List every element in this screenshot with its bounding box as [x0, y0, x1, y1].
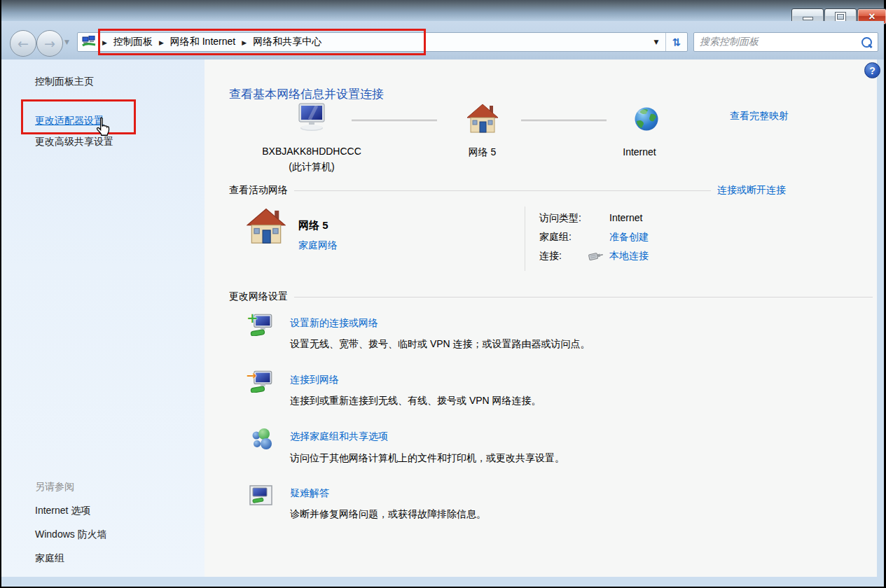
back-button[interactable]: ← — [10, 30, 36, 57]
map-connector-line — [352, 120, 437, 122]
network-places-icon — [82, 36, 96, 48]
connect-to-network-desc: 连接到或重新连接到无线、有线、拨号或 VPN 网络连接。 — [290, 395, 541, 407]
connect-to-network-link[interactable]: 连接到网络 — [290, 374, 339, 386]
breadcrumb-control-panel[interactable]: 控制面板 — [113, 36, 153, 48]
homegroup-label: 家庭组: — [539, 231, 572, 244]
setup-new-connection-link[interactable]: 设置新的连接或网络 — [290, 317, 378, 330]
view-full-map-link[interactable]: 查看完整映射 — [730, 110, 789, 122]
search-input[interactable]: 搜索控制面板 — [700, 36, 861, 48]
panel-divider — [525, 206, 525, 271]
breadcrumb: ▶ 控制面板 ▶ 网络和 Internet ▶ 网络和共享中心 — [78, 36, 647, 48]
computer-name-label: BXBJAKK8HDDHCCC — [249, 146, 375, 157]
access-type-label: 访问类型: — [539, 212, 581, 225]
breadcrumb-arrow-icon: ▶ — [102, 38, 107, 46]
refresh-icon: ⇄ — [670, 38, 683, 47]
connect-to-network-icon: → — [249, 370, 276, 396]
breadcrumb-arrow-icon[interactable]: ▶ — [159, 38, 164, 46]
address-dropdown-arrow[interactable]: ▼ — [647, 38, 665, 46]
plus-badge-icon: + — [247, 309, 258, 326]
breadcrumb-arrow-icon[interactable]: ▶ — [242, 38, 247, 46]
choose-homegroup-desc: 访问位于其他网络计算机上的文件和打印机，或更改共享设置。 — [290, 452, 565, 465]
page-title: 查看基本网络信息并设置连接 — [229, 86, 384, 102]
see-also-heading: 另请参阅 — [35, 481, 74, 493]
forward-button[interactable]: → — [36, 30, 63, 57]
window-bottom-border — [1, 577, 884, 587]
connect-disconnect-link[interactable]: 连接或断开连接 — [717, 184, 786, 197]
refresh-button[interactable]: ⇄ — [665, 33, 687, 51]
screenshot-root: × ← → ▼ ▶ — [0, 0, 886, 588]
title-bar: × — [1, 0, 884, 21]
help-icon[interactable]: ? — [864, 62, 880, 78]
search-box[interactable]: 搜索控制面板 — [693, 32, 878, 52]
sidebar-item-internet-options[interactable]: Internet 选项 — [35, 505, 90, 517]
change-settings-heading: 更改网络设置 — [229, 290, 288, 303]
forward-arrow-icon: → — [44, 36, 55, 51]
new-connection-icon: + — [249, 314, 276, 339]
troubleshoot-desc: 诊断并修复网络问题，或获得故障排除信息。 — [290, 508, 486, 521]
ethernet-connector-icon — [588, 251, 604, 264]
sidebar-item-windows-firewall[interactable]: Windows 防火墙 — [35, 528, 107, 541]
access-type-value: Internet — [609, 212, 642, 223]
minimize-icon — [803, 18, 812, 20]
sidebar-item-homegroup[interactable]: 家庭组 — [35, 552, 64, 565]
computer-icon[interactable] — [294, 103, 329, 135]
maximize-icon — [836, 13, 845, 21]
choose-homegroup-link[interactable]: 选择家庭组和共享选项 — [290, 430, 388, 443]
section-rule — [294, 190, 711, 191]
recent-pages-dropdown[interactable]: ▼ — [64, 38, 69, 46]
map-network-label: 网络 5 — [445, 146, 519, 159]
main-content: ? 查看基本网络信息并设置连接 BXBJAKK8HDDHCCC (此计算机) — [205, 59, 884, 577]
active-networks-heading: 查看活动网络 — [229, 184, 288, 197]
local-connection-link[interactable]: 本地连接 — [609, 250, 649, 262]
active-network-category-link[interactable]: 家庭网络 — [298, 239, 338, 252]
troubleshoot-icon — [249, 484, 276, 510]
navigation-bar: ← → ▼ ▶ 控制面板 ▶ — [1, 21, 884, 59]
breadcrumb-network-internet[interactable]: 网络和 Internet — [170, 36, 235, 48]
network-sharing-center-window: × ← → ▼ ▶ — [1, 0, 884, 587]
search-icon — [861, 37, 872, 48]
sidebar-item-control-panel-home[interactable]: 控制面板主页 — [35, 76, 94, 88]
connection-label: 连接: — [539, 250, 562, 262]
arrow-badge-icon: → — [247, 368, 256, 382]
setup-new-connection-desc: 设置无线、宽带、拨号、临时或 VPN 连接；或设置路由器或访问点。 — [290, 338, 590, 351]
section-rule — [294, 297, 873, 298]
troubleshoot-link[interactable]: 疑难解答 — [290, 487, 329, 500]
window-body: 控制面板主页 更改适配器设置 更改高级共享设置 另请参阅 Internet 选项… — [1, 59, 884, 577]
homegroup-ready-link[interactable]: 准备创建 — [609, 231, 649, 244]
address-bar[interactable]: ▶ 控制面板 ▶ 网络和 Internet ▶ 网络和共享中心 ▼ ⇄ — [77, 32, 688, 52]
breadcrumb-network-sharing-center[interactable]: 网络和共享中心 — [253, 36, 321, 48]
mouse-cursor-icon — [94, 117, 111, 139]
back-arrow-icon: ← — [18, 36, 29, 51]
active-network-name: 网络 5 — [298, 219, 328, 232]
home-network-icon[interactable] — [466, 104, 499, 137]
homegroup-spheres-icon — [249, 427, 276, 452]
map-connector-line — [521, 120, 607, 122]
map-internet-label: Internet — [608, 146, 671, 158]
internet-globe-icon[interactable] — [633, 106, 660, 135]
sidebar: 控制面板主页 更改适配器设置 更改高级共享设置 另请参阅 Internet 选项… — [1, 59, 205, 577]
computer-note-label: (此计算机) — [249, 161, 375, 174]
window-right-border — [877, 59, 884, 577]
active-network-house-icon — [247, 208, 286, 248]
